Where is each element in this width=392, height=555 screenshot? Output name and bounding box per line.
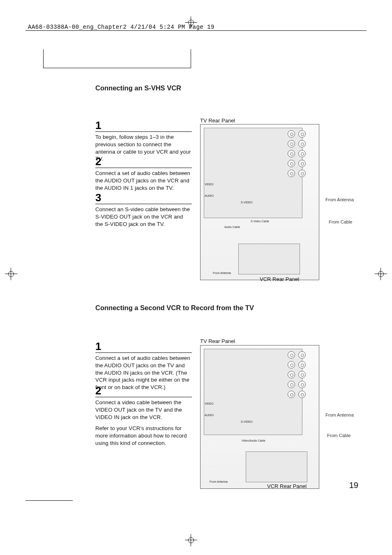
page-number: 19 [349, 481, 358, 490]
step-text-extra: Refer to your VCR's instructions for mor… [95, 425, 192, 447]
running-head: AA68-03388A-00_eng_Chapter2 4/21/04 5:24… [28, 24, 214, 30]
bottom-rule [25, 500, 73, 501]
step-text: Connect a set of audio cables between th… [95, 170, 192, 191]
step-rule [95, 204, 192, 204]
registration-mark-right [375, 268, 387, 280]
diagram-title-tv-rear: TV Rear Panel [200, 117, 235, 124]
chapter-title-box [43, 49, 191, 68]
from-antenna-label: From Antenna [325, 412, 354, 417]
svideo-cable-label: S-Video Cable [251, 220, 269, 223]
step-rule [95, 397, 192, 397]
vcr-rear-panel-label: VCR Rear Panel [260, 276, 299, 282]
step-rule [95, 352, 192, 353]
from-cable-label: From Cable [329, 219, 352, 224]
step-number: 1 [95, 341, 192, 352]
step-rule [95, 131, 192, 132]
step-number: 2 [95, 156, 192, 167]
video-audio-cable-label: Video/Audio Cable [242, 439, 265, 442]
step-rule [95, 168, 192, 168]
registration-mark-bottom [185, 534, 197, 546]
from-cable-label: From Cable [327, 433, 350, 438]
step-number: 1 [95, 120, 192, 131]
connection-diagram-svhs: VIDEO AUDIO S-VIDEO Audio Cable S-Video … [200, 124, 319, 280]
step-text: Connect an S-video cable between the S-V… [95, 206, 192, 228]
step-number: 3 [95, 192, 192, 203]
runhead-text: AA68-03388A-00_eng_Chapter2 4/21/04 5:24… [28, 24, 214, 30]
section-heading-svhs: Connecting an S-VHS VCR [95, 84, 181, 92]
vcr-rear-panel-label: VCR Rear Panel [267, 483, 307, 489]
from-antenna-label: From Antenna [213, 272, 231, 274]
step-number: 2 [95, 385, 192, 396]
from-antenna-label: From Antenna [325, 197, 354, 202]
diagram-title-tv-rear: TV Rear Panel [200, 338, 235, 344]
registration-mark-left [5, 268, 17, 280]
step-text: Connect a video cable between the VIDEO … [95, 399, 192, 421]
connection-diagram-second-vcr: VIDEO AUDIO S-VIDEO Video/Audio Cable Fr… [200, 345, 319, 489]
from-antenna-label: From Antenna [210, 480, 228, 483]
top-rule [25, 30, 367, 31]
audio-cable-label: Audio Cable [224, 226, 240, 228]
section-heading-second-vcr: Connecting a Second VCR to Record from t… [95, 304, 254, 312]
